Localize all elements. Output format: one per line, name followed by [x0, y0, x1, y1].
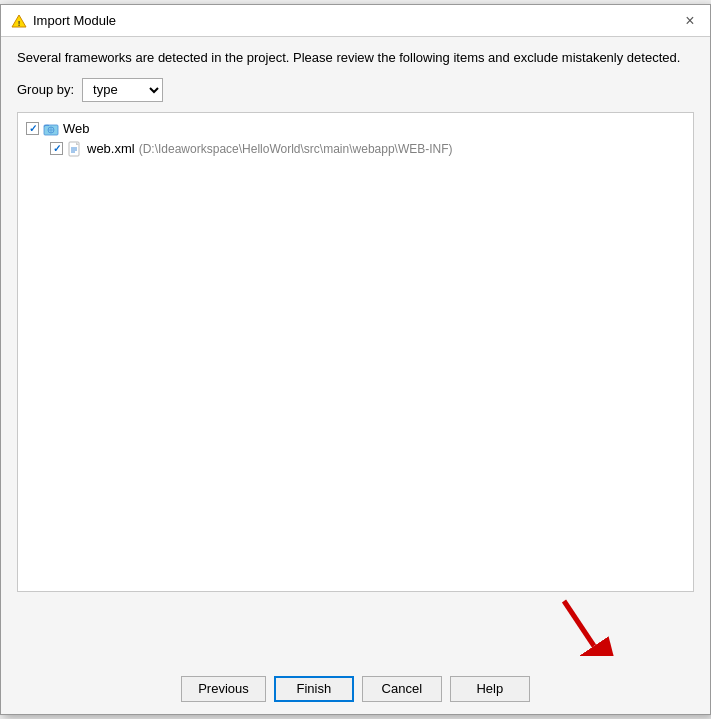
description-text: Several frameworks are detected in the p…	[17, 49, 694, 67]
web-label: Web	[63, 121, 90, 136]
tree-item-web[interactable]: Web	[22, 119, 689, 139]
title-bar: ! Import Module ×	[1, 5, 710, 37]
group-by-select[interactable]: type name	[82, 78, 163, 102]
checkbox-web[interactable]	[26, 122, 39, 135]
dialog-icon: !	[11, 13, 27, 29]
finish-button[interactable]: Finish	[274, 676, 354, 702]
arrow-container	[17, 592, 694, 658]
xml-file-icon	[67, 141, 83, 157]
previous-button[interactable]: Previous	[181, 676, 266, 702]
group-by-row: Group by: type name	[17, 78, 694, 102]
help-button[interactable]: Help	[450, 676, 530, 702]
title-bar-left: ! Import Module	[11, 13, 116, 29]
dialog-title: Import Module	[33, 13, 116, 28]
close-button[interactable]: ×	[680, 11, 700, 31]
tree-item-webxml[interactable]: web.xml (D:\Ideaworkspace\HelloWorld\src…	[46, 139, 689, 159]
dialog-body: Several frameworks are detected in the p…	[1, 37, 710, 667]
tree-container: Web web.xml (D:\Ideaworkspace\HelloWo	[17, 112, 694, 592]
cancel-button[interactable]: Cancel	[362, 676, 442, 702]
webxml-label: web.xml	[87, 141, 135, 156]
checkbox-webxml[interactable]	[50, 142, 63, 155]
web-folder-icon	[43, 121, 59, 137]
red-arrow-icon	[554, 596, 614, 656]
group-by-label: Group by:	[17, 82, 74, 97]
svg-text:!: !	[18, 18, 21, 27]
import-module-dialog: ! Import Module × Several frameworks are…	[0, 4, 711, 714]
svg-line-12	[564, 601, 594, 646]
webxml-path: (D:\Ideaworkspace\HelloWorld\src\main\we…	[139, 142, 453, 156]
button-bar: Previous Finish Cancel Help	[1, 668, 710, 714]
